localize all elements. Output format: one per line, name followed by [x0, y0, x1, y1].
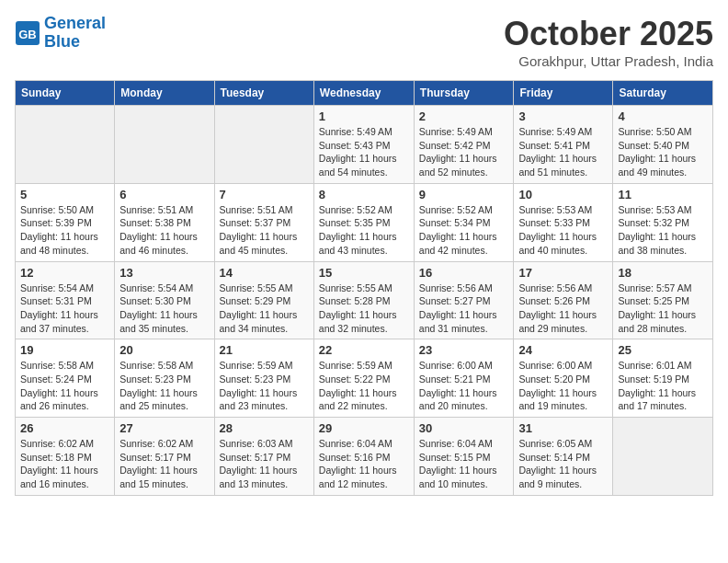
day-info: Sunrise: 5:54 AMSunset: 5:31 PMDaylight:…: [20, 282, 109, 336]
day-cell: [214, 106, 313, 184]
calendar-header-row: SundayMondayTuesdayWednesdayThursdayFrid…: [16, 81, 713, 106]
day-cell: 29Sunrise: 6:04 AMSunset: 5:16 PMDayligh…: [313, 418, 414, 496]
day-number: 26: [20, 421, 109, 435]
day-info: Sunrise: 5:54 AMSunset: 5:30 PMDaylight:…: [119, 282, 209, 336]
day-info: Sunrise: 5:49 AMSunset: 5:41 PMDaylight:…: [518, 125, 608, 179]
day-number: 17: [518, 266, 608, 280]
day-cell: 21Sunrise: 5:59 AMSunset: 5:23 PMDayligh…: [214, 339, 313, 418]
day-info: Sunrise: 6:04 AMSunset: 5:16 PMDaylight:…: [319, 437, 409, 491]
title-block: October 2025 Gorakhpur, Uttar Pradesh, I…: [504, 15, 713, 69]
day-info: Sunrise: 6:02 AMSunset: 5:17 PMDaylight:…: [119, 437, 209, 491]
day-info: Sunrise: 5:50 AMSunset: 5:39 PMDaylight:…: [20, 203, 109, 258]
page-header: GB General Blue October 2025 Gorakhpur, …: [15, 15, 713, 69]
day-cell: 30Sunrise: 6:04 AMSunset: 5:15 PMDayligh…: [414, 418, 514, 496]
week-row-5: 26Sunrise: 6:02 AMSunset: 5:18 PMDayligh…: [16, 418, 713, 496]
day-info: Sunrise: 6:03 AMSunset: 5:17 PMDaylight:…: [220, 437, 309, 491]
day-number: 23: [419, 343, 509, 357]
column-header-monday: Monday: [115, 81, 214, 106]
day-info: Sunrise: 6:00 AMSunset: 5:20 PMDaylight:…: [518, 359, 608, 413]
day-info: Sunrise: 5:56 AMSunset: 5:27 PMDaylight:…: [419, 282, 509, 336]
week-row-1: 1Sunrise: 5:49 AMSunset: 5:43 PMDaylight…: [16, 106, 713, 184]
day-number: 21: [220, 343, 309, 357]
day-cell: 19Sunrise: 5:58 AMSunset: 5:24 PMDayligh…: [16, 339, 115, 418]
day-number: 9: [419, 188, 509, 201]
day-cell: 25Sunrise: 6:01 AMSunset: 5:19 PMDayligh…: [613, 339, 713, 418]
day-number: 7: [220, 188, 309, 201]
day-number: 3: [518, 109, 608, 123]
day-info: Sunrise: 5:56 AMSunset: 5:26 PMDaylight:…: [518, 282, 608, 336]
day-number: 24: [518, 343, 608, 357]
day-info: Sunrise: 5:51 AMSunset: 5:37 PMDaylight:…: [220, 203, 309, 258]
day-number: 1: [319, 109, 409, 123]
day-number: 14: [220, 266, 309, 280]
day-number: 20: [119, 343, 209, 357]
day-cell: 28Sunrise: 6:03 AMSunset: 5:17 PMDayligh…: [214, 418, 313, 496]
day-number: 2: [419, 109, 509, 123]
day-cell: 9Sunrise: 5:52 AMSunset: 5:34 PMDaylight…: [414, 183, 514, 261]
day-cell: [115, 106, 214, 184]
logo-line1: General: [44, 14, 106, 32]
day-cell: 20Sunrise: 5:58 AMSunset: 5:23 PMDayligh…: [115, 339, 214, 418]
day-info: Sunrise: 5:50 AMSunset: 5:40 PMDaylight:…: [618, 125, 708, 179]
day-cell: 24Sunrise: 6:00 AMSunset: 5:20 PMDayligh…: [514, 339, 613, 418]
day-cell: [16, 106, 115, 184]
day-number: 25: [618, 343, 708, 357]
day-number: 5: [20, 188, 109, 201]
day-cell: 4Sunrise: 5:50 AMSunset: 5:40 PMDaylight…: [613, 106, 713, 184]
day-cell: 11Sunrise: 5:53 AMSunset: 5:32 PMDayligh…: [613, 183, 713, 261]
column-header-saturday: Saturday: [613, 81, 713, 106]
day-number: 29: [319, 421, 409, 435]
day-cell: 1Sunrise: 5:49 AMSunset: 5:43 PMDaylight…: [313, 106, 414, 184]
day-info: Sunrise: 6:01 AMSunset: 5:19 PMDaylight:…: [618, 359, 708, 413]
day-cell: 23Sunrise: 6:00 AMSunset: 5:21 PMDayligh…: [414, 339, 514, 418]
column-header-thursday: Thursday: [414, 81, 514, 106]
day-info: Sunrise: 5:59 AMSunset: 5:22 PMDaylight:…: [319, 359, 409, 413]
day-info: Sunrise: 6:05 AMSunset: 5:14 PMDaylight:…: [518, 437, 608, 491]
day-number: 18: [618, 266, 708, 280]
logo: GB General Blue: [15, 15, 106, 52]
day-info: Sunrise: 5:49 AMSunset: 5:42 PMDaylight:…: [419, 125, 509, 179]
day-cell: 10Sunrise: 5:53 AMSunset: 5:33 PMDayligh…: [514, 183, 613, 261]
day-info: Sunrise: 5:55 AMSunset: 5:29 PMDaylight:…: [220, 282, 309, 336]
day-info: Sunrise: 6:04 AMSunset: 5:15 PMDaylight:…: [419, 437, 509, 491]
day-info: Sunrise: 5:58 AMSunset: 5:23 PMDaylight:…: [119, 359, 209, 413]
week-row-2: 5Sunrise: 5:50 AMSunset: 5:39 PMDaylight…: [16, 183, 713, 261]
day-info: Sunrise: 5:51 AMSunset: 5:38 PMDaylight:…: [119, 203, 209, 258]
day-number: 6: [119, 188, 209, 201]
day-number: 30: [419, 421, 509, 435]
day-number: 22: [319, 343, 409, 357]
calendar-table: SundayMondayTuesdayWednesdayThursdayFrid…: [15, 80, 713, 496]
column-header-friday: Friday: [514, 81, 613, 106]
day-info: Sunrise: 5:52 AMSunset: 5:35 PMDaylight:…: [319, 203, 409, 258]
week-row-3: 12Sunrise: 5:54 AMSunset: 5:31 PMDayligh…: [16, 261, 713, 339]
day-info: Sunrise: 6:00 AMSunset: 5:21 PMDaylight:…: [419, 359, 509, 413]
logo-icon: GB: [15, 20, 40, 46]
day-cell: [613, 418, 713, 496]
day-cell: 16Sunrise: 5:56 AMSunset: 5:27 PMDayligh…: [414, 261, 514, 339]
day-number: 4: [618, 109, 708, 123]
day-cell: 2Sunrise: 5:49 AMSunset: 5:42 PMDaylight…: [414, 106, 514, 184]
day-cell: 6Sunrise: 5:51 AMSunset: 5:38 PMDaylight…: [115, 183, 214, 261]
month-title: October 2025: [504, 15, 713, 53]
column-header-sunday: Sunday: [16, 81, 115, 106]
day-number: 27: [119, 421, 209, 435]
column-header-wednesday: Wednesday: [313, 81, 414, 106]
column-header-tuesday: Tuesday: [214, 81, 313, 106]
svg-text:GB: GB: [18, 28, 37, 41]
day-number: 19: [20, 343, 109, 357]
day-number: 28: [220, 421, 309, 435]
day-cell: 14Sunrise: 5:55 AMSunset: 5:29 PMDayligh…: [214, 261, 313, 339]
day-info: Sunrise: 5:55 AMSunset: 5:28 PMDaylight:…: [319, 282, 409, 336]
day-info: Sunrise: 5:52 AMSunset: 5:34 PMDaylight:…: [419, 203, 509, 258]
day-info: Sunrise: 5:53 AMSunset: 5:33 PMDaylight:…: [518, 203, 608, 258]
day-cell: 17Sunrise: 5:56 AMSunset: 5:26 PMDayligh…: [514, 261, 613, 339]
day-cell: 5Sunrise: 5:50 AMSunset: 5:39 PMDaylight…: [16, 183, 115, 261]
day-cell: 18Sunrise: 5:57 AMSunset: 5:25 PMDayligh…: [613, 261, 713, 339]
day-info: Sunrise: 5:58 AMSunset: 5:24 PMDaylight:…: [20, 359, 109, 413]
day-info: Sunrise: 5:59 AMSunset: 5:23 PMDaylight:…: [220, 359, 309, 413]
week-row-4: 19Sunrise: 5:58 AMSunset: 5:24 PMDayligh…: [16, 339, 713, 418]
day-info: Sunrise: 6:02 AMSunset: 5:18 PMDaylight:…: [20, 437, 109, 491]
day-cell: 13Sunrise: 5:54 AMSunset: 5:30 PMDayligh…: [115, 261, 214, 339]
day-number: 11: [618, 188, 708, 201]
day-cell: 7Sunrise: 5:51 AMSunset: 5:37 PMDaylight…: [214, 183, 313, 261]
